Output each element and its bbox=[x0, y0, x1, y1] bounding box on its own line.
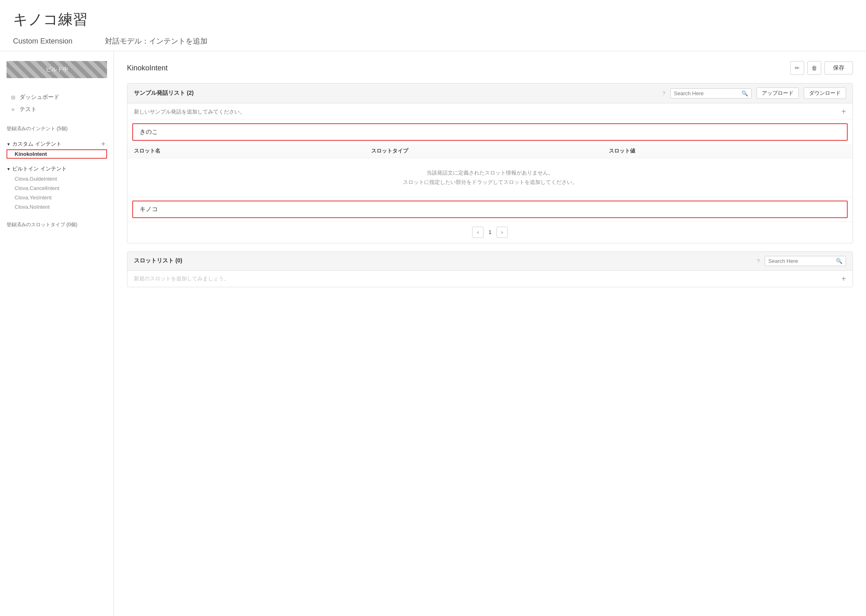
sidebar-item-clova-yesintent[interactable]: Clova.YesIntent bbox=[7, 193, 107, 202]
builtin-intents-label[interactable]: ▼ ビルトイン インテント bbox=[7, 164, 107, 174]
slot-list-title: スロットリスト (0) bbox=[134, 257, 752, 264]
intents-section-label: 登録済みのインテント (5個) bbox=[7, 125, 68, 132]
utterance-item-1[interactable]: きのこ スロット名 スロットタイプ スロット値 当該発話文に定義されたスロット情… bbox=[127, 123, 853, 197]
intent-name: KinokoIntent bbox=[127, 64, 168, 72]
slot-search-input[interactable] bbox=[768, 258, 833, 264]
intent-actions: ✏ 🗑 保存 bbox=[790, 61, 853, 75]
custom-intents-group: ▼ カスタム インテント + KinokoIntent bbox=[0, 139, 114, 159]
save-button[interactable]: 保存 bbox=[824, 61, 853, 74]
slot-col-name: スロット名 bbox=[134, 147, 371, 155]
slot-empty-message: 当該発話文に定義されたスロット情報がありません。 スロットに指定したい部分をドラ… bbox=[127, 158, 853, 197]
help-icon[interactable]: ? bbox=[663, 90, 665, 96]
trash-icon: 🗑 bbox=[811, 65, 817, 71]
download-button[interactable]: ダウンロード bbox=[804, 87, 846, 99]
builtin-intents-group: ▼ ビルトイン インテント Clova.GuideIntent Clova.Ca… bbox=[0, 164, 114, 212]
sidebar: ビルド中 ⊞ ダッシュボード ≡ テスト 登録済みのインテント (5個) ▼ bbox=[0, 51, 114, 616]
sidebar-item-clova-cancelintent[interactable]: Clova.CancelIntent bbox=[7, 183, 107, 193]
sample-utterances-title: サンプル発話リスト (2) bbox=[134, 90, 658, 97]
add-slot-placeholder: 新規のスロットを追加してみましょう。 bbox=[134, 275, 838, 282]
sidebar-item-dashboard[interactable]: ⊞ ダッシュボード bbox=[7, 91, 107, 103]
intents-section: 登録済みのインテント (5個) bbox=[0, 119, 114, 139]
search-icon: 🔍 bbox=[741, 90, 748, 96]
sample-utterances-header: サンプル発話リスト (2) ? 🔍 アップロード ダウンロード bbox=[127, 83, 853, 103]
sample-search-box: 🔍 bbox=[670, 88, 752, 98]
add-custom-intent-button[interactable]: + bbox=[99, 140, 107, 148]
add-utterance-input[interactable] bbox=[134, 109, 838, 115]
delete-button[interactable]: 🗑 bbox=[807, 61, 821, 75]
slot-list-panel: スロットリスト (0) ? 🔍 新規のスロットを追加してみましょう。 + bbox=[127, 251, 853, 287]
prev-page-button[interactable]: ‹ bbox=[472, 227, 483, 238]
sample-utterances-panel: サンプル発話リスト (2) ? 🔍 アップロード ダウンロード + き bbox=[127, 83, 853, 243]
breadcrumb-left: Custom Extension bbox=[13, 37, 72, 46]
pagination: ‹ 1 › bbox=[127, 221, 853, 243]
sidebar-item-clova-guideintent[interactable]: Clova.GuideIntent bbox=[7, 174, 107, 183]
content-area: ビルド中 ⊞ ダッシュボード ≡ テスト 登録済みのインテント (5個) ▼ bbox=[0, 51, 866, 616]
sidebar-item-test[interactable]: ≡ テスト bbox=[7, 103, 107, 116]
add-slot-button[interactable]: + bbox=[841, 275, 846, 283]
sidebar-nav: ⊞ ダッシュボード ≡ テスト bbox=[0, 88, 114, 119]
custom-intents-label[interactable]: ▼ カスタム インテント + bbox=[7, 139, 107, 149]
intent-header: KinokoIntent ✏ 🗑 保存 bbox=[127, 61, 853, 75]
pencil-icon: ✏ bbox=[795, 65, 800, 71]
build-status: ビルド中 bbox=[7, 61, 107, 78]
edit-button[interactable]: ✏ bbox=[790, 61, 804, 75]
sidebar-item-dashboard-label: ダッシュボード bbox=[20, 94, 59, 101]
arrow-icon: ▼ bbox=[7, 142, 11, 146]
slot-list-header: スロットリスト (0) ? 🔍 bbox=[127, 252, 853, 271]
next-page-button[interactable]: › bbox=[496, 227, 508, 238]
upload-button[interactable]: アップロード bbox=[757, 87, 799, 99]
slot-col-value: スロット値 bbox=[609, 147, 846, 155]
sidebar-item-clova-nointent[interactable]: Clova.NoIntent bbox=[7, 202, 107, 212]
slot-col-type: スロットタイプ bbox=[371, 147, 608, 155]
slot-empty-line1: 当該発話文に定義されたスロット情報がありません。 bbox=[134, 168, 846, 177]
sidebar-item-test-label: テスト bbox=[20, 106, 37, 113]
add-utterance-button[interactable]: + bbox=[841, 107, 846, 116]
search-icon: 🔍 bbox=[836, 258, 842, 264]
slot-table-header: スロット名 スロットタイプ スロット値 bbox=[127, 144, 853, 158]
add-utterance-row: + bbox=[127, 103, 853, 120]
current-page: 1 bbox=[488, 229, 491, 235]
page-title: キノコ練習 bbox=[13, 10, 853, 30]
breadcrumb: Custom Extension 対話モデル：インテントを追加 bbox=[13, 36, 853, 46]
dashboard-icon: ⊞ bbox=[10, 94, 16, 100]
slot-help-icon[interactable]: ? bbox=[757, 258, 760, 264]
breadcrumb-right: 対話モデル：インテントを追加 bbox=[105, 36, 208, 46]
slot-types-section: 登録済みのスロットタイプ (0個) bbox=[0, 212, 114, 232]
add-slot-row: 新規のスロットを追加してみましょう。 + bbox=[127, 271, 853, 287]
utterance-item-2[interactable]: キノコ bbox=[127, 201, 853, 218]
slot-search-box: 🔍 bbox=[765, 256, 846, 266]
arrow-icon: ▼ bbox=[7, 167, 11, 171]
intents-section-header: 登録済みのインテント (5個) bbox=[7, 125, 107, 132]
utterance-text-1[interactable]: きのこ bbox=[132, 123, 848, 141]
main-content: KinokoIntent ✏ 🗑 保存 サンプル発話リスト (2) ? bbox=[114, 51, 866, 616]
sample-search-input[interactable] bbox=[674, 90, 739, 96]
page-wrapper: キノコ練習 Custom Extension 対話モデル：インテントを追加 ビル… bbox=[0, 0, 866, 616]
test-icon: ≡ bbox=[10, 106, 16, 113]
utterance-text-2[interactable]: キノコ bbox=[132, 201, 848, 218]
sidebar-item-kinokointent[interactable]: KinokoIntent bbox=[7, 149, 107, 159]
slot-types-label: 登録済みのスロットタイプ (0個) bbox=[7, 222, 77, 227]
header: キノコ練習 Custom Extension 対話モデル：インテントを追加 bbox=[0, 0, 866, 51]
slot-empty-line2: スロットに指定したい部分をドラッグしてスロットを追加してください。 bbox=[134, 177, 846, 187]
